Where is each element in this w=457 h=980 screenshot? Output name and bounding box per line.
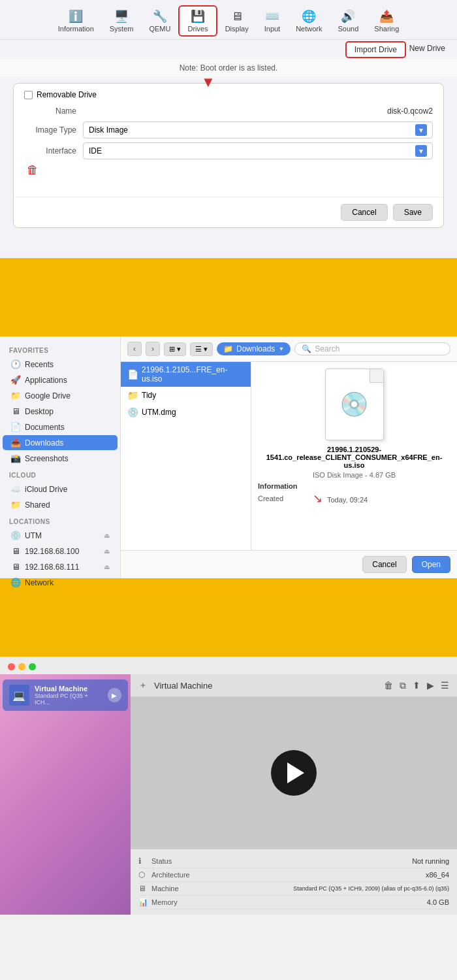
removable-checkbox[interactable] [24,91,33,99]
vm-run-icon[interactable]: ▶ [427,680,434,691]
minimize-window-button[interactable] [18,663,25,670]
interface-label: Interface [24,146,83,155]
vm-menu-icon[interactable]: ☰ [441,680,449,691]
import-drive-button[interactable]: Import Drive [345,41,406,58]
sidebar-item-downloads[interactable]: 📥 Downloads [3,435,118,450]
sidebar-item-icloud-drive[interactable]: ☁️ iCloud Drive [3,482,118,497]
vm-item-info: Virtual Machine Standard PC (Q35 + ICH..… [35,685,102,706]
toolbar-sound[interactable]: 🔊 Sound [330,7,367,35]
name-value: disk-0.qcow2 [83,105,433,118]
vm-status-row: ℹ Status Not running [138,855,449,868]
drives-dialog-body: Removable Drive Name disk-0.qcow2 Image … [13,83,444,228]
toolbar-display-label: Display [225,25,249,33]
toolbar-sharing[interactable]: 📤 Sharing [366,7,407,35]
qemu-icon: 🔧 [153,9,167,24]
status-label: Status [151,857,230,865]
toolbar-display[interactable]: 🖥 Display [217,7,257,35]
cancel-button[interactable]: Cancel [341,204,387,221]
close-window-button[interactable] [8,663,15,670]
interface-field-row: Interface IDE ▼ [24,142,433,159]
image-type-field-row: Image Type Disk Image ▼ [24,122,433,139]
status-icon: ℹ [138,857,151,866]
toolbar-qemu-label: QEMU [149,25,170,33]
image-type-select[interactable]: Disk Image ▼ [83,122,433,139]
iso-file-icon: 📄 [127,369,138,380]
sidebar-ip2-label: 192.168.68.111 [25,563,79,572]
vm-item-icon: 💻 [9,685,29,706]
file-open-button[interactable]: Open [412,556,450,573]
file-cancel-button[interactable]: Cancel [362,556,406,573]
preview-created-row: Created ↘ Today, 09:24 [258,491,368,506]
vm-clone-icon[interactable]: ⧉ [400,680,406,691]
sidebar-item-google-drive[interactable]: 📁 Google Drive [3,388,118,403]
forward-button[interactable]: › [146,342,160,356]
tidy-folder-icon: 📁 [127,390,138,400]
created-label: Created [258,495,283,502]
sidebar-item-desktop[interactable]: 🖥 Desktop [3,404,118,419]
interface-arrow-icon: ▼ [415,145,427,157]
created-value: ↘ Today, 09:24 [313,491,368,506]
yellow-separator-1 [0,258,457,336]
favorites-section-label: Favorites [0,342,120,356]
image-type-label: Image Type [24,125,83,135]
network-icon: 🌐 [302,9,316,24]
vm-play-button[interactable]: ▶ [108,688,121,702]
vm-start-button[interactable] [271,750,317,796]
sidebar-item-ip1[interactable]: 🖥 192.168.68.100 ⏏ [3,544,118,559]
vm-add-icon[interactable]: ＋ [138,679,148,691]
utm-eject-icon: ⏏ [104,532,110,539]
vm-main-area: ＋ Virtual Machine 🗑 ⧉ ⬆ ▶ ☰ ℹ Status No [131,674,457,915]
sidebar-item-recents[interactable]: 🕐 Recents [3,357,118,372]
toolbar-system[interactable]: 🖥️ System [102,7,142,35]
sidebar-screenshots-label: Screenshots [25,454,69,463]
toolbar-network[interactable]: 🌐 Network [288,7,330,35]
toolbar-drives[interactable]: 💾 Drives [178,5,217,37]
vm-architecture-row: ⬡ Architecture x86_64 [138,868,449,882]
delete-drive-button[interactable]: 🗑 [27,163,433,177]
vm-trash-icon[interactable]: 🗑 [384,680,393,691]
new-drive-button[interactable]: New Drive [404,41,450,56]
sidebar-recents-label: Recents [25,360,54,369]
file-item-tidy[interactable]: 📁 Tidy [121,387,251,404]
toolbar-drives-label: Drives [187,25,208,33]
sidebar-item-documents[interactable]: 📄 Documents [3,419,118,434]
ip2-icon: 🖥 [10,562,21,572]
tidy-label: Tidy [142,391,156,400]
utm-dmg-label: UTM.dmg [142,408,176,417]
toolbar-input[interactable]: ⌨️ Input [257,7,288,35]
maximize-window-button[interactable] [29,663,36,670]
sidebar-item-applications[interactable]: 🚀 Applications [3,372,118,387]
memory-label: Memory [151,898,230,906]
vm-list-item-virtual-machine[interactable]: 💻 Virtual Machine Standard PC (Q35 + ICH… [3,679,128,711]
icloud-section-label: iCloud [0,466,120,481]
name-label: Name [24,106,83,116]
save-button[interactable]: Save [393,204,433,221]
sidebar-item-shared[interactable]: 📁 Shared [3,497,118,512]
back-button[interactable]: ‹ [127,342,142,356]
vm-header-title: Virtual Machine [154,681,377,691]
search-icon: 🔍 [302,344,311,353]
icon-view-button[interactable]: ⊞ ▾ [164,342,186,356]
utm-vm-section: 💻 Virtual Machine Standard PC (Q35 + ICH… [0,657,457,915]
machine-label: Machine [151,885,230,892]
vm-content-area [131,697,457,849]
sidebar-item-network[interactable]: 🌐 Network [3,575,118,590]
preview-disk-icon: 💿 [325,368,384,440]
sidebar-item-utm[interactable]: 💿 UTM ⏏ [3,528,118,543]
status-value: Not running [230,857,449,865]
name-field-row: Name disk-0.qcow2 [24,105,433,118]
interface-select[interactable]: IDE ▼ [83,142,433,159]
sidebar-item-ip2[interactable]: 🖥 192.168.68.111 ⏏ [3,559,118,574]
boot-order-note: Note: Boot order is as listed. [0,59,457,76]
list-view-button[interactable]: ☰ ▾ [190,342,213,356]
sidebar-item-screenshots[interactable]: 📸 Screenshots [3,451,118,466]
desktop-icon: 🖥 [10,406,21,416]
location-label: Downloads [236,344,275,353]
file-item-iso[interactable]: 📄 21996.1.2105...FRE_en-us.iso [121,362,251,387]
search-box[interactable]: 🔍 Search [294,342,450,355]
file-item-utm-dmg[interactable]: 💿 UTM.dmg [121,404,251,421]
toolbar-information[interactable]: ℹ️ Information [50,7,102,35]
toolbar-qemu[interactable]: 🔧 QEMU [141,7,178,35]
sidebar-icloud-drive-label: iCloud Drive [25,485,67,494]
vm-share-icon[interactable]: ⬆ [413,680,420,691]
